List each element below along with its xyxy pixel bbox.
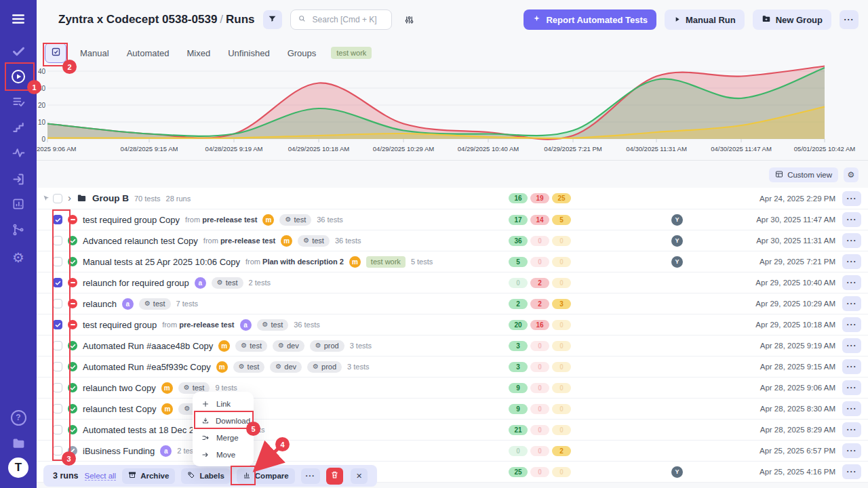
tab-automated[interactable]: Automated — [127, 48, 170, 58]
row-more-button[interactable]: ··· — [842, 380, 861, 395]
header-more-button[interactable]: ··· — [840, 10, 859, 29]
env-tag[interactable]: ⚙prod — [310, 340, 344, 352]
row-more-button[interactable]: ··· — [842, 443, 861, 458]
menu-item-move[interactable]: Move — [193, 446, 254, 463]
run-name[interactable]: relaunch — [83, 299, 117, 309]
env-tag[interactable]: ⚙test — [235, 340, 267, 352]
status-failed-icon — [68, 299, 77, 308]
row-more-button[interactable]: ··· — [842, 275, 861, 290]
delete-button[interactable] — [326, 468, 343, 485]
sidebar-item-reports[interactable] — [9, 195, 28, 214]
row-checkbox[interactable] — [53, 215, 62, 224]
archive-button[interactable]: Archive — [122, 468, 175, 484]
sidebar-item-activity[interactable] — [9, 143, 28, 162]
row-checkbox[interactable] — [53, 341, 62, 350]
result-counts: 3600 — [509, 236, 571, 246]
row-checkbox[interactable] — [53, 446, 62, 455]
sidebar-item-help[interactable]: ? — [9, 408, 28, 427]
tab-filter-badge[interactable]: test work — [331, 47, 372, 59]
row-more-button[interactable]: ··· — [842, 212, 861, 227]
sidebar-item-test-cases[interactable] — [9, 92, 28, 111]
count-pill-other: 3 — [552, 299, 571, 309]
table-row: iBusiness Fundinga2 tests002Apr 25, 2025… — [37, 441, 868, 462]
row-more-button[interactable]: ··· — [842, 296, 861, 311]
run-name[interactable]: relaunch test Copy — [83, 404, 156, 414]
env-tag-label: test — [250, 342, 262, 350]
row-checkbox[interactable] — [53, 404, 62, 413]
row-checkbox[interactable] — [53, 236, 62, 245]
filter-button[interactable] — [263, 10, 282, 29]
x-axis-tick: 04/29/2025 10:18 AM — [288, 145, 349, 152]
run-name[interactable]: iBusiness Funding — [83, 446, 155, 456]
menu-item-merge[interactable]: Merge — [193, 429, 254, 446]
run-name[interactable]: relaunch for required group — [83, 278, 189, 288]
row-more-button[interactable]: ··· — [842, 191, 861, 206]
manual-run-button[interactable]: Manual Run — [665, 9, 745, 30]
row-more-button[interactable]: ··· — [842, 254, 861, 269]
row-more-button[interactable]: ··· — [842, 233, 861, 248]
selection-more-button[interactable]: ··· — [301, 468, 320, 484]
display-settings-icon[interactable] — [400, 10, 419, 29]
row-more-button[interactable]: ··· — [842, 338, 861, 353]
custom-view-button[interactable]: Custom view — [769, 167, 838, 182]
env-tag[interactable]: ⚙test — [279, 214, 311, 226]
labels-button[interactable]: Labels — [181, 468, 230, 484]
env-tag[interactable]: ⚙test — [139, 298, 171, 310]
x-axis-tick: 04/28/2025 9:06 AM — [37, 145, 77, 152]
tab-manual[interactable]: Manual — [80, 48, 109, 58]
row-checkbox[interactable] — [53, 278, 62, 287]
env-tag[interactable]: ⚙dev — [273, 340, 304, 352]
search-input[interactable] — [311, 14, 384, 25]
row-more-button[interactable]: ··· — [842, 317, 861, 332]
run-name[interactable]: test required group — [83, 320, 157, 330]
row-more-button[interactable]: ··· — [842, 422, 861, 437]
menu-item-download[interactable]: Download — [193, 412, 254, 429]
search-box[interactable] — [290, 9, 392, 30]
tab-groups[interactable]: Groups — [288, 48, 317, 58]
sidebar-item-logo-t[interactable]: T — [9, 458, 28, 477]
run-name[interactable]: Automated Run #ea5f939c Copy — [83, 362, 211, 372]
env-tag[interactable]: ⚙prod — [307, 361, 342, 373]
row-checkbox[interactable] — [53, 257, 62, 266]
run-name[interactable]: test required group Copy — [83, 215, 180, 225]
chevron-right-icon[interactable]: › — [68, 192, 71, 203]
env-tag[interactable]: ⚙test — [212, 277, 243, 289]
table-settings-gear-icon[interactable]: ⚙ — [844, 167, 859, 182]
sidebar-item-todo-check[interactable] — [9, 41, 28, 60]
run-name[interactable]: Advanced relaunch test Copy — [83, 236, 198, 246]
row-checkbox[interactable] — [53, 383, 62, 392]
report-automated-tests-button[interactable]: Report Automated Tests — [524, 9, 656, 30]
run-name[interactable]: Group B — [92, 193, 129, 203]
sidebar-item-steps[interactable] — [9, 118, 28, 137]
sidebar-item-import[interactable] — [9, 169, 28, 188]
env-tag[interactable]: ⚙test — [257, 319, 289, 331]
row-more-button[interactable]: ··· — [842, 359, 861, 374]
env-tag[interactable]: ⚙dev — [270, 361, 302, 373]
run-name[interactable]: Manual tests at 25 Apr 2025 10:06 Copy — [83, 257, 240, 267]
run-name[interactable]: relaunch two Copy — [83, 383, 156, 393]
row-checkbox[interactable] — [53, 299, 62, 308]
row-more-button[interactable]: ··· — [842, 464, 861, 479]
sidebar-item-runs-play[interactable] — [9, 67, 28, 86]
row-more-button[interactable]: ··· — [842, 401, 861, 416]
row-checkbox[interactable] — [53, 194, 62, 203]
compare-button[interactable]: Compare — [237, 468, 295, 484]
env-tag[interactable]: ⚙test — [233, 361, 265, 373]
row-checkbox[interactable] — [53, 425, 62, 434]
select-runs-checkbox-button[interactable] — [45, 43, 66, 63]
new-group-button[interactable]: New Group — [753, 9, 831, 30]
menu-item-link[interactable]: Link — [193, 395, 254, 412]
sidebar-item-branch[interactable] — [9, 220, 28, 239]
sidebar-item-menu[interactable] — [9, 9, 28, 28]
group-meta: 28 runs — [166, 195, 191, 203]
tab-unfinished[interactable]: Unfinished — [228, 48, 269, 58]
tab-mixed[interactable]: Mixed — [187, 48, 211, 58]
sidebar-item-settings-gear[interactable]: ⚙ — [9, 248, 28, 267]
sidebar-item-projects-folder[interactable] — [9, 434, 28, 453]
env-tag[interactable]: ⚙test — [298, 235, 330, 247]
select-all-link[interactable]: Select all — [85, 472, 117, 481]
row-checkbox[interactable] — [53, 362, 62, 371]
run-name[interactable]: Automated Run #aaace48b Copy — [83, 341, 213, 351]
close-selection-icon[interactable]: ✕ — [351, 468, 368, 484]
row-checkbox[interactable] — [53, 320, 62, 329]
